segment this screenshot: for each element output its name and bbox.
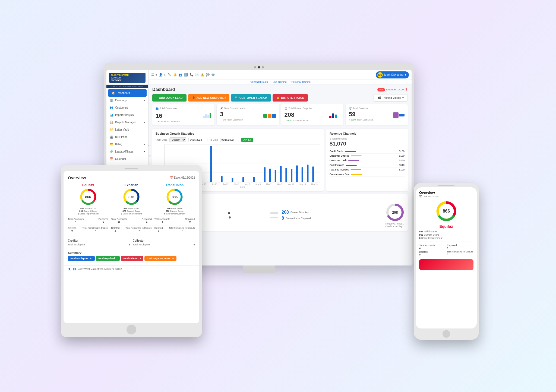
sidebar-item-billing[interactable]: 💳 Billing ▾ bbox=[106, 141, 148, 148]
phone-home-button[interactable] bbox=[443, 330, 450, 338]
bureau-items-row: 8 Bureau Items Repaired bbox=[282, 216, 382, 221]
info-icon[interactable]: ℹ️ bbox=[184, 73, 188, 77]
topbar-user[interactable]: MC Mark Clayborne ▾ bbox=[376, 71, 409, 78]
add-quick-lead-button[interactable]: + ADD QUICK LEAD bbox=[152, 94, 187, 102]
chevron-down-icon: ▾ bbox=[144, 121, 145, 124]
initial-score-stat: 876 Initial Score bbox=[111, 207, 151, 210]
phone-bottom-bar bbox=[419, 259, 473, 270]
total-accounts-item: Total Accounts 4 bbox=[68, 218, 84, 223]
badge-repaired: Total Repaired: 1 bbox=[96, 256, 120, 261]
email-icon[interactable]: ✉️ bbox=[195, 73, 199, 77]
dash-controls: OFF SWITCH TO 1.0 ❓ bbox=[377, 88, 408, 91]
tablet-screen: Overview 📅 Date: 05/15/2022 Equifax bbox=[64, 171, 199, 323]
btn-label: CUSTOMER SEARCH bbox=[239, 96, 267, 99]
menu-icon[interactable]: ☰ bbox=[151, 73, 154, 77]
phone-stat-grid: Total Accounts 4 Repaired 0 Deleted 0 bbox=[419, 242, 473, 256]
bureau-cards: Equifax 866 866 Initial Score 866 C bbox=[68, 183, 195, 233]
switch-btn[interactable]: OFF SWITCH TO 1.0 ❓ bbox=[377, 88, 408, 91]
warning-icon[interactable]: ⚠️ bbox=[200, 73, 204, 77]
settings-icon[interactable]: ⚙️ bbox=[211, 73, 215, 77]
svg-rect-14 bbox=[242, 177, 244, 182]
sidebar-item-leads[interactable]: 🔗 Leads/Affiliates ▾ bbox=[106, 148, 148, 155]
stat-change: — 0% From Last Month bbox=[220, 119, 276, 121]
user-icon[interactable]: 👤 bbox=[159, 73, 163, 77]
footer-address: 4567 West Main Street, Miami FL 33132 bbox=[78, 268, 122, 270]
stat-card-customers: 👥 Total Customers 16 bbox=[152, 104, 214, 125]
tablet-footer: 👤 👥 4567 West Main Street, Miami FL 3313… bbox=[64, 265, 199, 273]
from-date-input[interactable] bbox=[188, 138, 207, 142]
phone-repaired: Repaired 0 bbox=[447, 244, 473, 249]
logo-line1: CLIENT DISPUTE bbox=[111, 74, 144, 77]
dollar-icon[interactable]: $ bbox=[164, 73, 166, 77]
bureau-items-value: 8 bbox=[282, 216, 284, 221]
date-range-select[interactable]: Custom bbox=[169, 137, 186, 142]
bureau-stat-row-2: Deleted 0 Total Remaining In-Dispute 4 bbox=[68, 226, 108, 233]
phone-initial-score: 866 Initial Score bbox=[419, 230, 473, 233]
creditor-total-row: Total In-Dispute 6 bbox=[68, 243, 130, 246]
full-walkthrough-link[interactable]: Full Walkthrough bbox=[249, 81, 268, 83]
improvement-stat: 0 Score Improvement bbox=[154, 213, 195, 215]
apply-button[interactable]: APPLY bbox=[241, 138, 253, 142]
add-new-customer-button[interactable]: 👤 ADD NEW CUSTOMER bbox=[188, 94, 230, 102]
bell-icon[interactable]: 🔔 bbox=[173, 73, 177, 77]
customer-search-button[interactable]: 🔍 CUSTOMER SEARCH bbox=[231, 94, 271, 102]
logo-line3: SOFTWARE bbox=[111, 79, 144, 81]
sidebar-item-dispute[interactable]: 📋 Dispute Manager ▾ bbox=[106, 119, 148, 126]
sidebar-item-company[interactable]: 🏢 Company ▾ bbox=[106, 97, 148, 104]
revenue-line bbox=[345, 151, 356, 152]
users-icon[interactable]: 👥 bbox=[179, 73, 182, 77]
total-accounts-item: Total Accounts 3 bbox=[154, 218, 170, 223]
svg-rect-1 bbox=[332, 113, 334, 118]
training-videos-button[interactable]: 🎬 Training Videos ▾ bbox=[374, 94, 408, 102]
sidebar-item-letter-vault[interactable]: 📁 Letter Vault bbox=[106, 126, 148, 133]
people-icon: 👥 bbox=[156, 107, 159, 110]
revenue-line bbox=[351, 174, 362, 175]
bureau-name: Experian bbox=[111, 183, 151, 187]
to-date-input[interactable] bbox=[220, 138, 239, 142]
phone-icon[interactable]: 📞 bbox=[189, 73, 193, 77]
item-label: Customer Cash bbox=[330, 159, 347, 162]
color-block-blue bbox=[399, 114, 405, 116]
revenue-line bbox=[351, 156, 362, 156]
bureau-disputes-value: 208 bbox=[282, 210, 289, 215]
initial-score-stat: 866 Initial Score bbox=[68, 207, 108, 210]
dispute-icon: 📋 bbox=[110, 121, 113, 124]
stat-label: 📋 Total Bureau Disputes bbox=[285, 107, 340, 110]
company-icon: 🏢 bbox=[110, 99, 113, 102]
dot-2 bbox=[258, 66, 260, 68]
live-training-link[interactable]: Live Training bbox=[273, 81, 287, 83]
donut-wrap: 876 bbox=[123, 188, 140, 206]
list-icon[interactable]: ≡ bbox=[156, 73, 157, 77]
sidebar-item-calendar[interactable]: 📅 Calendar bbox=[106, 155, 148, 163]
total-accounts-item: Total Accounts 16 bbox=[111, 218, 127, 223]
item-label: Paid Invoices bbox=[330, 164, 344, 166]
bureau-card-experian: Experian 876 876 Initial Score 876 bbox=[111, 183, 151, 233]
people-icon: 👥 bbox=[73, 268, 76, 270]
user-add-icon: 👤 bbox=[192, 96, 195, 99]
monitor-stand bbox=[243, 265, 275, 273]
right-donut-section: 208 Negative Accou... Creditor In-Disp..… bbox=[385, 203, 405, 228]
stat-bars bbox=[203, 111, 211, 118]
chat-icon[interactable]: 💬 bbox=[206, 73, 210, 77]
right-stats: 208 Bureau Disputes 8 Bureau Items Repai… bbox=[282, 210, 382, 221]
alert-icon: ⚠️ bbox=[276, 96, 280, 99]
current-score-stat: 876 Current Score bbox=[111, 210, 151, 212]
dispute-status-button[interactable]: ⚠️ DISPUTE STATUS bbox=[273, 94, 308, 102]
sidebar-item-dashboard[interactable]: 🏠 Dashboard bbox=[108, 89, 147, 97]
deletion-icon: 🗑️ bbox=[349, 107, 352, 110]
current-score-stat: 886 Current Score bbox=[154, 210, 195, 212]
calendar-icon: 📅 bbox=[419, 195, 422, 198]
training-bar: Full Walkthrough – Live Training – Perso… bbox=[149, 80, 412, 84]
personal-training-link[interactable]: Personal Training bbox=[292, 81, 311, 83]
sidebar-item-bulk-print[interactable]: 🖨️ Bulk Print bbox=[106, 133, 148, 141]
sidebar-item-import[interactable]: 📊 Import/Analysis bbox=[106, 111, 148, 119]
stat-value: 16 bbox=[156, 112, 162, 119]
bar bbox=[207, 115, 209, 118]
bureau-disputes-row: 208 Bureau Disputes bbox=[282, 210, 382, 215]
tablet-home-button[interactable] bbox=[127, 325, 136, 334]
revenue-line bbox=[350, 169, 361, 170]
stat-card-disputes: 📋 Total Bureau Disputes 208 bbox=[281, 104, 343, 125]
pencil-icon[interactable]: ✏️ bbox=[168, 73, 172, 77]
remaining-item: Total Remaining In-Dispute 14 bbox=[126, 227, 152, 232]
sidebar-item-customers[interactable]: 👥 Customers bbox=[106, 104, 148, 111]
